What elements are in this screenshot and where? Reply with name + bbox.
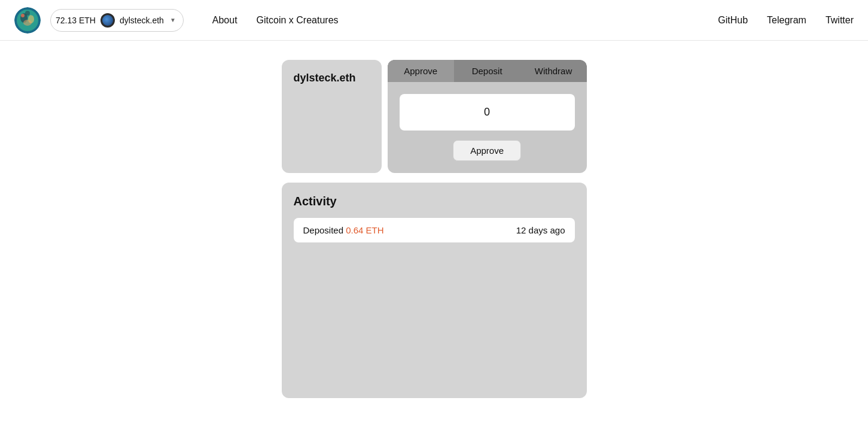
approve-button[interactable]: Approve [453, 140, 521, 161]
tab-withdraw[interactable]: Withdraw [520, 60, 587, 82]
tabs-row: Approve Deposit Withdraw [388, 60, 587, 82]
wallet-badge[interactable]: 72.13 ETH dylsteck.eth ▼ [50, 9, 184, 32]
activity-card: Activity Deposited 0.64 ETH 12 days ago [282, 183, 587, 398]
amount-input[interactable] [400, 94, 575, 131]
activity-description: Deposited 0.64 ETH [303, 225, 384, 235]
app-header: 72.13 ETH dylsteck.eth ▼ About Gitcoin x… [0, 0, 868, 41]
activity-item: Deposited 0.64 ETH 12 days ago [294, 218, 575, 242]
gitcoin-link[interactable]: Gitcoin x Creatures [257, 15, 339, 26]
wallet-name: dylsteck.eth [120, 16, 164, 25]
chevron-down-icon: ▼ [170, 17, 176, 23]
github-link[interactable]: GitHub [718, 15, 748, 26]
header-left: 72.13 ETH dylsteck.eth ▼ About Gitcoin x… [14, 7, 339, 34]
activity-amount: 0.64 ETH [346, 225, 383, 235]
about-link[interactable]: About [212, 15, 237, 26]
app-logo [14, 7, 41, 34]
eth-balance: 72.13 ETH [56, 16, 96, 25]
svg-point-6 [31, 13, 33, 16]
activity-time: 12 days ago [516, 225, 565, 235]
action-panel: Approve Deposit Withdraw Approve [388, 60, 587, 173]
svg-point-4 [23, 20, 32, 26]
activity-action: Deposited [303, 225, 344, 235]
top-row: dylsteck.eth Approve Deposit Withdraw Ap… [282, 60, 587, 173]
activity-title: Activity [294, 195, 575, 208]
telegram-link[interactable]: Telegram [767, 15, 806, 26]
profile-name: dylsteck.eth [294, 72, 370, 84]
tab-content: Approve [388, 82, 587, 173]
svg-point-7 [25, 11, 30, 16]
main-content: dylsteck.eth Approve Deposit Withdraw Ap… [0, 41, 868, 417]
main-nav: About Gitcoin x Creatures [212, 15, 339, 26]
wallet-avatar [100, 13, 115, 28]
twitter-link[interactable]: Twitter [826, 15, 854, 26]
svg-point-5 [21, 14, 25, 17]
tab-approve[interactable]: Approve [388, 60, 454, 82]
header-right: GitHub Telegram Twitter [718, 15, 854, 26]
tab-deposit[interactable]: Deposit [454, 60, 520, 82]
profile-card: dylsteck.eth [282, 60, 382, 173]
